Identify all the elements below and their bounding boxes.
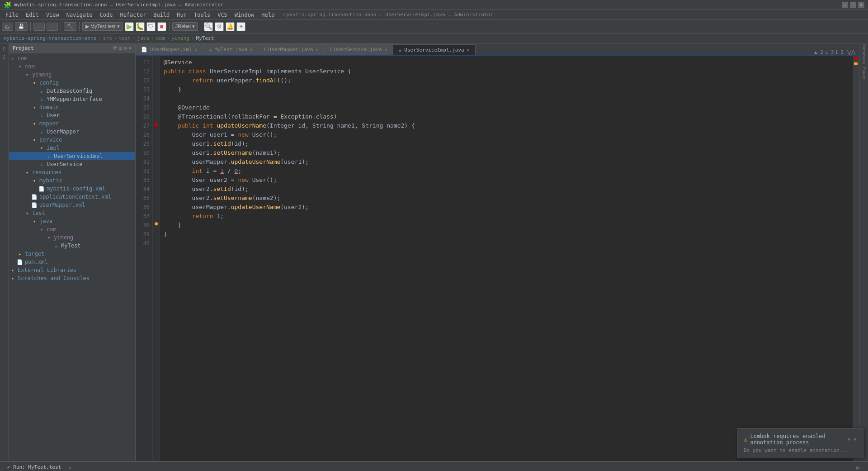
tree-item-com[interactable]: ▾com <box>9 62 135 71</box>
tree-item-mybatis-config-xml[interactable]: 📄mybatis-config.xml <box>9 185 135 193</box>
maximize-button[interactable]: □ <box>850 2 856 8</box>
tree-item-UserMapper[interactable]: ☕UserMapper <box>9 128 135 136</box>
tree-item-mybatis[interactable]: ▾mybatis <box>9 176 135 185</box>
code-content[interactable]: @Service public class UserServiceImpl im… <box>160 56 853 461</box>
sidebar-project-icon[interactable]: P <box>1 45 8 52</box>
tree-item-UserMapper-xml[interactable]: 📄UserMapper.xml <box>9 201 135 209</box>
bc-src[interactable]: src <box>103 35 112 41</box>
bc-test[interactable]: test <box>118 35 131 41</box>
menu-vcs[interactable]: VCS <box>214 11 231 19</box>
tree-item-target[interactable]: ▸target <box>9 250 135 258</box>
run-settings-icon[interactable]: ⚙ <box>856 465 859 471</box>
toolbar-stop-button[interactable]: ■ <box>157 22 166 31</box>
run-minimize-icon[interactable]: – <box>861 465 864 471</box>
bc-yimeng[interactable]: yimeng <box>171 35 189 41</box>
tree-item-test[interactable]: ▾test <box>9 209 135 217</box>
close-button[interactable]: × <box>858 2 864 8</box>
toolbar-save[interactable]: 💾 <box>15 22 28 31</box>
menu-file[interactable]: File <box>2 11 22 19</box>
tab-mytest-java[interactable]: ☕ MyTest.java × <box>203 43 259 55</box>
tree-item-yimeng[interactable]: ▾yimeng <box>9 71 135 79</box>
tree-item-External-Libraries[interactable]: ▾External Libraries <box>9 266 135 274</box>
breadcrumb: mybatis-spring-transaction-anno › src › … <box>0 33 868 43</box>
right-panel-maven[interactable]: Maven <box>859 64 868 82</box>
run-config-selector[interactable]: ▶ MyTest.test ▾ <box>82 22 123 31</box>
toolbar-search-everywhere[interactable]: 🔍 <box>204 22 213 31</box>
breakpoint-marker[interactable]: ● <box>154 120 158 128</box>
tab-userservice-java[interactable]: Ⅰ UserService.java × <box>325 43 393 55</box>
tab-close-usermapper-xml[interactable]: × <box>195 47 198 52</box>
tree-item-YMMapperInterface[interactable]: ☕YMMapperInterface <box>9 95 135 103</box>
tab-usermapper-java[interactable]: Ⅰ UserMapper.java × <box>259 43 324 55</box>
tree-item-com[interactable]: ▾com <box>9 225 135 233</box>
tree-item-Scratches-and-Consoles[interactable]: ▾Scratches and Consoles <box>9 274 135 282</box>
tree-item-User[interactable]: ☕User <box>9 111 135 119</box>
toolbar-updates[interactable]: 🔔 <box>226 22 235 31</box>
project-tree: ▸com▾com▾yimeng▾config☕DataBaseConfig☕YM… <box>9 53 135 461</box>
toolbar-more[interactable]: ✦ <box>236 22 245 31</box>
tree-item-resources[interactable]: ▾resources <box>9 168 135 176</box>
tree-item-domain[interactable]: ▾domain <box>9 103 135 111</box>
tree-item-yimeng[interactable]: ▾yimeng <box>9 233 135 242</box>
run-tab-close[interactable]: × <box>68 465 71 471</box>
menu-help[interactable]: Help <box>258 11 278 19</box>
tab-close-usermapper-java[interactable]: × <box>316 47 319 52</box>
toolbar-jrebel[interactable]: JRebel ▾ <box>172 22 198 31</box>
tree-item-DataBaseConfig[interactable]: ☕DataBaseConfig <box>9 87 135 95</box>
tree-item-java[interactable]: ▾java <box>9 217 135 225</box>
menu-code[interactable]: Code <box>96 11 117 19</box>
project-settings-icon[interactable]: ⚙ <box>124 45 127 51</box>
tab-close-userservice-java[interactable]: × <box>385 47 387 52</box>
toolbar-build-project[interactable]: 🔨 <box>64 22 76 31</box>
tree-item-pom-xml[interactable]: 📄pom.xml <box>9 258 135 266</box>
minimize-button[interactable]: – <box>842 2 848 8</box>
project-collapse-icon[interactable]: ≡ <box>119 45 122 51</box>
tree-item-MyTest[interactable]: ☕MyTest <box>9 242 135 250</box>
toolbar-debug-button[interactable]: 🐛 <box>136 22 145 31</box>
project-sync-icon[interactable]: ⟳ <box>113 45 117 51</box>
tree-item-UserService[interactable]: ☕UserService <box>9 160 135 168</box>
tree-item-com[interactable]: ▸com <box>9 54 135 62</box>
bc-com[interactable]: com <box>156 35 165 41</box>
menu-window[interactable]: Window <box>231 11 258 19</box>
toolbar-back[interactable]: ← <box>33 23 45 31</box>
toolbar-settings[interactable]: ⚙ <box>215 22 224 31</box>
tab-close-mytest-java[interactable]: × <box>250 47 253 52</box>
toolbar-open-recent[interactable]: 🗂 <box>2 23 13 31</box>
code-line-30: user1.setUsername(name1); <box>164 148 849 157</box>
menu-view[interactable]: View <box>42 11 63 19</box>
tab-close-userserviceimpl-java[interactable]: × <box>467 48 470 52</box>
menu-navigate[interactable]: Navigate <box>63 11 96 19</box>
toolbar-run-button[interactable]: ▶ <box>125 22 134 31</box>
tree-item-config[interactable]: ▾config <box>9 79 135 87</box>
tab-usermapper-xml[interactable]: 📄 UserMapper.xml × <box>136 43 203 55</box>
menu-build[interactable]: Build <box>150 11 173 19</box>
project-close-icon[interactable]: × <box>128 45 132 51</box>
titlebar-left: 🧩 mybatis-spring-transaction-anno – User… <box>4 1 224 9</box>
collapse-all-icon[interactable]: ⋁ <box>847 49 851 55</box>
scrollbar-right[interactable] <box>853 56 859 461</box>
tree-item-impl[interactable]: ▾impl <box>9 144 135 152</box>
bc-mytest[interactable]: MyTest <box>196 35 214 41</box>
menu-tools[interactable]: Tools <box>190 11 214 19</box>
sidebar-structure-icon[interactable]: S <box>1 53 8 61</box>
code-line-40 <box>164 239 849 248</box>
bc-project[interactable]: mybatis-spring-transaction-anno <box>4 35 96 41</box>
notification-expand-icon[interactable]: ▾ <box>848 436 851 442</box>
menu-run[interactable]: Run <box>173 11 190 19</box>
menu-refactor[interactable]: Refactor <box>116 11 150 19</box>
toolbar-run-with-coverage[interactable]: 🛡 <box>146 22 156 31</box>
tab-userserviceimpl-java[interactable]: ☕ UserServiceImpl.java × <box>393 44 476 56</box>
tree-item-UserServiceImpl[interactable]: ☕UserServiceImpl <box>9 152 135 160</box>
titlebar-title: mybatis-spring-transaction-anno – UserSe… <box>14 2 224 8</box>
run-tab-mytest[interactable]: ✔ Run: MyTest.test <box>4 463 65 471</box>
expand-all-icon[interactable]: ⋀ <box>851 49 855 55</box>
toolbar-forward[interactable]: → <box>47 23 58 31</box>
notification-close-button[interactable]: × <box>854 436 857 442</box>
tree-item-mapper[interactable]: ▾mapper <box>9 119 135 128</box>
tree-item-applicationContext-xml[interactable]: 📄applicationContext.xml <box>9 193 135 201</box>
right-panel-database[interactable]: Database <box>859 45 868 63</box>
menu-edit[interactable]: Edit <box>22 11 42 19</box>
bc-java[interactable]: java <box>137 35 150 41</box>
tree-item-service[interactable]: ▾service <box>9 136 135 144</box>
